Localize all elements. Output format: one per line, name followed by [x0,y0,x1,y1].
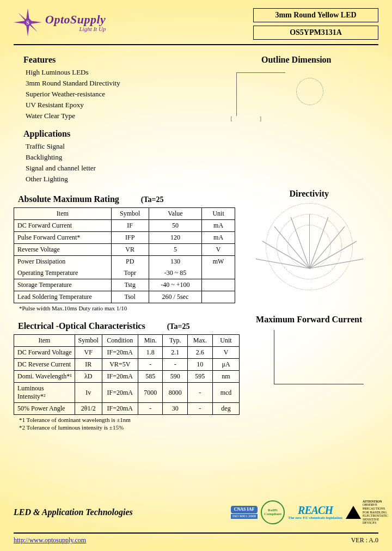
absmax-footnote: *Pulse width Max.10ms Duty ratio max 1/1… [19,305,240,311]
table-row: Domi. Wavelength*¹λDIF=20mA585590595nm [14,371,240,383]
brand-tagline: Light It Up [45,26,106,32]
list-item: Superior Weather-resistance [26,89,215,100]
elecopt-table: Item Symbol Condition Min. Typ. Max. Uni… [14,334,240,415]
col-value: Value [149,208,201,220]
list-item: 3mm Round Standard Directivity [26,78,215,89]
col-unit: Unit [202,208,235,220]
elecopt-heading: Electrical -Optical Characteristics [18,321,145,331]
outline-heading: Outline Dimension [215,55,379,65]
list-item: Water Clear Type [26,111,215,121]
table-row: DC Forward VoltageVFIF=20mA1.82.12.6V [14,347,240,359]
mfc-graph [255,330,364,390]
outline-diagram-2 [215,127,379,165]
brand-text: OptoSupply Light It Up [45,13,106,32]
datasheet-header: S OptoSupply Light It Up 3mm Round Yello… [14,5,378,45]
mfc-heading: Maximum Forward Current [240,315,378,325]
footer-bar: LED & Application Technologies CNAS IAF … [14,500,378,525]
table-row: Pulse Forward Current*IFP120mA [14,232,235,244]
col-item: Item [14,208,112,220]
table-row: Power Dissipation PD 130 mW [14,256,235,268]
graph-y-axis-icon [274,330,274,384]
absmax-heading: Absolute Maximum Rating [18,194,119,204]
list-item: Other Lighting [26,174,215,185]
esd-badge: ATTENTIONOBSERVE PRECAUTIONS FOR HANDLIN… [346,500,378,525]
features-outline-row: Features High Luminous LEDs 3mm Round St… [14,52,378,185]
reach-badge: REACH The new EU chemicals legislation [288,505,342,520]
absmax-directivity-row: Absolute Maximum Rating (Ta=25 Item Symb… [14,186,378,311]
elecopt-footnote-2: *2 Tolerance of luminous intensity is ±1… [19,424,240,431]
col-symbol: Symbol [111,208,149,220]
elecopt-mfc-row: Electrical -Optical Characteristics (Ta=… [14,313,378,431]
part-number-box: OS5YPM3131A [253,26,378,40]
footer-title: LED & Application Technologies [14,507,133,517]
list-item: Signal and channel letter [26,163,215,174]
diagram-circle-icon [296,78,323,105]
absmax-table: Item Symbol Value Unit DC Forward Curren… [14,207,235,303]
table-row: Operating Temperature Topr -30 ~ 85 [14,267,235,279]
list-item: High Luminous LEDs [26,67,215,78]
esd-triangle-icon [346,506,361,519]
diagram-axes-icon [236,72,285,116]
footer-divider [14,532,378,534]
outline-diagram: [ ] [215,67,379,127]
table-row: Lead Soldering TemperatureTsol260 / 5sec [14,291,235,303]
table-header-row: Item Symbol Value Unit [14,208,235,220]
rohs-badge-icon: RoHS Compliant [261,500,285,524]
directivity-diagram [255,203,364,268]
website-link[interactable]: http://www.optosupply.com [14,536,86,544]
table-row: Reverse VoltageVR5V [14,244,235,256]
elecopt-condition: (Ta=25 [167,322,190,331]
table-row: DC Forward CurrentIF50mA [14,220,235,232]
diagram-bracket-icon: [ ] [231,115,262,123]
bottom-row: http://www.optosupply.com VER : A.0 [14,536,378,544]
cnas-iaf-badge: CNAS IAF ISO 9001:2008 [231,506,258,519]
absmax-condition: (Ta=25 [141,195,164,204]
applications-heading: Applications [23,129,215,139]
directivity-heading: Directivity [240,189,378,199]
table-row: Luminous Intensity*²IvIF=20mA70008000-mc… [14,383,240,403]
svg-text:S: S [26,20,29,26]
list-item: Backlighting [26,152,215,163]
table-header-row: Item Symbol Condition Min. Typ. Max. Uni… [14,335,240,347]
elecopt-footnote-1: *1 Tolerance of dominant wavelength is ±… [19,417,240,423]
table-row: 50% Power Angle2θ1/2IF=20mA-30-deg [14,403,240,415]
table-row: DC Reverse CurrentIRVR=5V--10μA [14,359,240,371]
applications-list: Traffic Signal Backlighting Signal and c… [26,141,215,185]
title-boxes: 3mm Round Yellow LED OS5YPM3131A [253,8,378,40]
version-label: VER : A.0 [351,536,378,544]
list-item: Traffic Signal [26,141,215,152]
table-row: Storage TemperatureTstg-40 ~ +100 [14,279,235,291]
brand-name: OptoSupply [45,13,106,27]
list-item: UV Resistant Epoxy [26,100,215,111]
star-logo-icon: S [14,8,42,36]
graph-x-axis-icon [274,384,364,384]
cert-badges: CNAS IAF ISO 9001:2008 RoHS Compliant RE… [231,500,378,525]
logo-block: S OptoSupply Light It Up [14,8,106,36]
fan-arc-icon [266,203,353,290]
features-heading: Features [23,55,215,65]
features-list: High Luminous LEDs 3mm Round Standard Di… [26,67,215,121]
product-line-box: 3mm Round Yellow LED [253,8,378,22]
